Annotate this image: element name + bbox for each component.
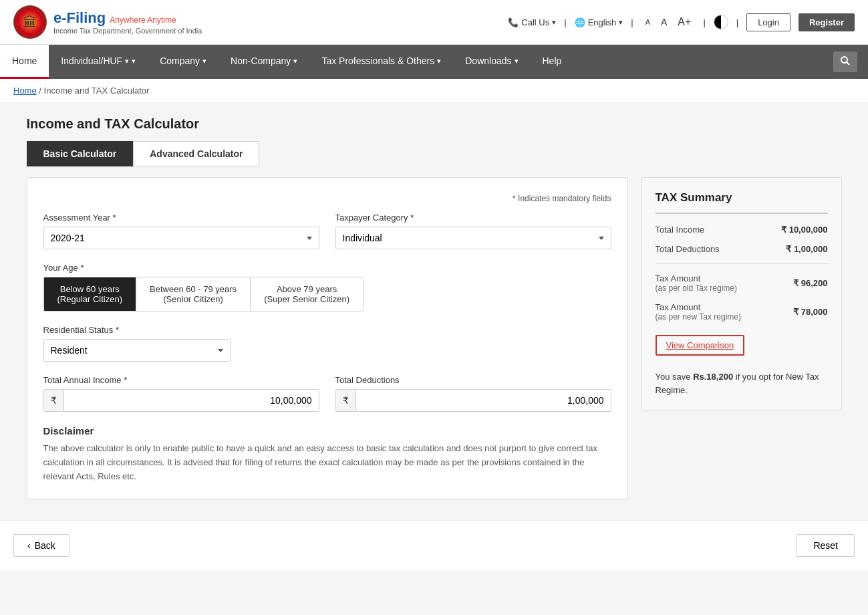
residential-status-select[interactable]: Resident Non-Resident xyxy=(43,339,231,362)
age-group: Your Age * Below 60 years(Regular Citize… xyxy=(43,263,611,312)
total-income-input[interactable] xyxy=(64,390,319,411)
tab-basic-calculator[interactable]: Basic Calculator xyxy=(27,141,134,166)
divider4: | xyxy=(736,17,738,27)
tax-old-regime-label: Tax Amount xyxy=(656,273,738,283)
age-btn-above79[interactable]: Above 79 years(Super Senior Citizen) xyxy=(251,277,363,311)
top-header: 🏛 e-Filing Anywhere Anytime Income Tax D… xyxy=(0,0,868,45)
nav-tax-professionals[interactable]: Tax Professionals & Others ▾ xyxy=(309,45,453,79)
assessment-year-select[interactable]: 2020-21 2021-22 2022-23 xyxy=(43,227,319,249)
contrast-toggle[interactable] xyxy=(714,15,728,29)
font-small-btn[interactable]: A xyxy=(641,17,654,27)
search-button[interactable] xyxy=(833,51,857,72)
tax-divider xyxy=(656,263,828,264)
form-row-1: Assessment Year * 2020-21 2021-22 2022-2… xyxy=(43,213,611,249)
tab-advanced-calculator[interactable]: Advanced Calculator xyxy=(133,141,259,166)
back-button[interactable]: ‹ Back xyxy=(13,534,69,557)
tax-new-regime-value: ₹ 78,000 xyxy=(793,307,827,317)
tax-old-regime-value: ₹ 96,200 xyxy=(793,278,827,288)
nav-individual-huf[interactable]: Individual/HUF ▾ xyxy=(49,45,148,79)
breadcrumb-current: Income and TAX Calculator xyxy=(44,86,150,96)
taxpayer-category-select[interactable]: Individual HUF Company xyxy=(335,227,611,249)
register-button[interactable]: Register xyxy=(799,13,855,31)
nav-downloads[interactable]: Downloads ▾ xyxy=(453,45,530,79)
font-large-btn[interactable]: A+ xyxy=(674,15,695,29)
assessment-year-label: Assessment Year * xyxy=(43,213,319,223)
main-content: Income and TAX Calculator Basic Calculat… xyxy=(13,103,855,513)
disclaimer-text: The above calculator is only to enable p… xyxy=(43,442,611,483)
total-income-currency: ₹ xyxy=(44,390,64,411)
residential-status-label: Residential Status * xyxy=(43,325,231,335)
chevron-down-icon: ▾ xyxy=(125,57,129,66)
total-deductions-input-wrapper: ₹ xyxy=(335,389,611,412)
view-comparison-button[interactable]: View Comparison xyxy=(656,335,745,356)
logo-text: e-Filing Anywhere Anytime Income Tax Dep… xyxy=(53,9,202,35)
breadcrumb: Home / Income and TAX Calculator xyxy=(0,79,868,103)
nav-non-company[interactable]: Non-Company ▾ xyxy=(219,45,309,79)
nav-help[interactable]: Help xyxy=(531,45,574,79)
form-row-residential: Residential Status * Resident Non-Reside… xyxy=(43,325,611,362)
assessment-year-group: Assessment Year * 2020-21 2021-22 2022-2… xyxy=(43,213,319,249)
call-icon xyxy=(508,17,519,27)
divider2: | xyxy=(631,17,633,27)
taxpayer-category-group: Taxpayer Category * Individual HUF Compa… xyxy=(335,213,611,249)
reset-button[interactable]: Reset xyxy=(797,534,855,557)
chevron-down-icon2: ▾ xyxy=(202,57,206,66)
age-btn-below60[interactable]: Below 60 years(Regular Citizen) xyxy=(44,277,137,311)
savings-text: You save Rs.18,200 if you opt for New Ta… xyxy=(656,370,828,396)
total-income-label: Total Annual Income * xyxy=(43,375,319,385)
login-button[interactable]: Login xyxy=(746,13,790,31)
residential-status-group: Residential Status * Resident Non-Reside… xyxy=(43,325,231,362)
tax-new-regime-label: Tax Amount xyxy=(656,302,742,312)
tax-old-regime-row: Tax Amount (as per old Tax regime) ₹ 96,… xyxy=(656,273,828,293)
tax-new-regime-label-group: Tax Amount (as per new Tax regime) xyxy=(656,302,742,322)
bottom-bar: ‹ Back Reset xyxy=(0,520,868,570)
tax-new-regime-sublabel: (as per new Tax regime) xyxy=(656,312,742,322)
age-btn-60to79[interactable]: Between 60 - 79 years(Senior Citizen) xyxy=(136,277,251,311)
svg-line-1 xyxy=(847,62,849,65)
taxpayer-category-label: Taxpayer Category * xyxy=(335,213,611,223)
total-income-group: Total Annual Income * ₹ xyxy=(43,375,319,412)
breadcrumb-home[interactable]: Home xyxy=(13,86,37,96)
tax-old-regime-label-group: Tax Amount (as per old Tax regime) xyxy=(656,273,738,293)
tax-total-deductions-value: ₹ 1,00,000 xyxy=(786,244,827,254)
search-icon xyxy=(840,55,851,66)
page-title: Income and TAX Calculator xyxy=(27,116,842,132)
form-row-income: Total Annual Income * ₹ Total Deductions… xyxy=(43,375,611,412)
nav-search-area xyxy=(823,45,868,79)
font-medium-btn[interactable]: A xyxy=(657,15,671,29)
nav-home[interactable]: Home xyxy=(0,45,49,79)
header-right: Call Us ▾ | English ▾ | A A A+ | | Login… xyxy=(508,13,855,31)
tax-total-deductions-label: Total Deductions xyxy=(656,244,720,254)
svg-point-0 xyxy=(841,57,847,63)
nav-bar: Home Individual/HUF ▾ Company ▾ Non-Comp… xyxy=(0,45,868,79)
age-buttons: Below 60 years(Regular Citizen) Between … xyxy=(43,277,364,312)
tax-new-regime-row: Tax Amount (as per new Tax regime) ₹ 78,… xyxy=(656,302,828,322)
nav-company[interactable]: Company ▾ xyxy=(148,45,219,79)
logo-tagline: Income Tax Department, Government of Ind… xyxy=(53,27,202,35)
tax-total-deductions-row: Total Deductions ₹ 1,00,000 xyxy=(656,244,828,254)
logo-area: 🏛 e-Filing Anywhere Anytime Income Tax D… xyxy=(13,5,202,39)
calc-form: * Indicates mandatory fields Assessment … xyxy=(27,177,628,500)
disclaimer-title: Disclaimer xyxy=(43,425,611,437)
savings-amount: Rs.18,200 xyxy=(693,372,733,382)
logo-efiling: e-Filing Anywhere Anytime xyxy=(53,9,202,27)
breadcrumb-separator: / xyxy=(39,86,41,96)
logo-emblem: 🏛 xyxy=(13,5,47,39)
disclaimer-section: Disclaimer The above calculator is only … xyxy=(43,425,611,483)
tax-total-income-row: Total Income ₹ 10,00,000 xyxy=(656,225,828,235)
tax-old-regime-sublabel: (as per old Tax regime) xyxy=(656,283,738,293)
divider1: | xyxy=(564,17,566,27)
chevron-down-icon4: ▾ xyxy=(437,57,441,66)
age-label: Your Age * xyxy=(43,263,611,273)
font-control: A A A+ xyxy=(641,15,696,29)
language-selector[interactable]: English ▾ xyxy=(575,17,623,27)
tab-bar: Basic Calculator Advanced Calculator xyxy=(27,141,842,166)
total-income-input-wrapper: ₹ xyxy=(43,389,319,412)
total-deductions-input[interactable] xyxy=(356,390,611,411)
total-deductions-label: Total Deductions xyxy=(335,375,611,385)
back-chevron-icon: ‹ xyxy=(27,540,31,551)
divider3: | xyxy=(703,17,705,27)
logo-tagline-inline: Anywhere Anytime xyxy=(110,15,176,25)
total-deductions-group: Total Deductions ₹ xyxy=(335,375,611,412)
call-us-link[interactable]: Call Us ▾ xyxy=(508,17,556,27)
